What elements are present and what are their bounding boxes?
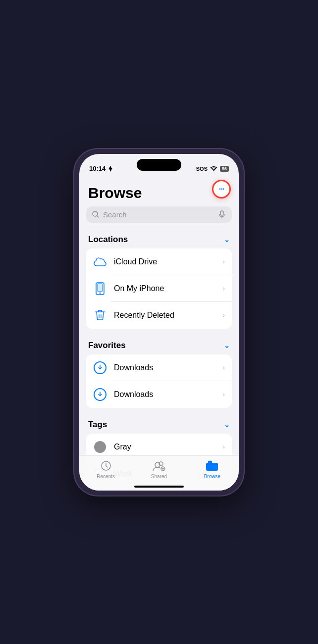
svg-point-8 (100, 292, 101, 294)
more-button-container: ··· (212, 180, 231, 198)
favorites-section-header[interactable]: Favorites ⌄ (79, 337, 239, 354)
tab-shared[interactable]: Shared (132, 459, 185, 479)
icloud-drive-label: iCloud Drive (114, 257, 216, 266)
dynamic-island (137, 159, 181, 171)
trash-icon (93, 308, 107, 322)
svg-point-0 (213, 170, 214, 171)
download-1-icon (93, 361, 107, 375)
recently-deleted-item[interactable]: Recently Deleted › (86, 302, 232, 329)
svg-rect-22 (206, 463, 218, 471)
favorites-chevron-icon: ⌄ (224, 342, 230, 349)
battery-level: 56 (220, 166, 229, 172)
svg-rect-23 (208, 461, 212, 463)
downloads-1-chevron: › (223, 364, 225, 371)
locations-chevron-icon: ⌄ (224, 236, 230, 244)
svg-rect-6 (98, 284, 103, 292)
recents-icon (100, 459, 112, 472)
locations-list: iCloud Drive › On My iPhone › (86, 248, 232, 329)
shared-icon (153, 459, 165, 472)
recents-tab-label: Recents (97, 474, 115, 479)
browse-tab-label: Browse (204, 474, 220, 479)
svg-line-2 (97, 216, 99, 217)
search-bar[interactable]: Search (86, 206, 232, 223)
tab-browse[interactable]: Browse (186, 459, 239, 479)
downloads-2-chevron: › (223, 391, 225, 398)
home-indicator (134, 486, 184, 488)
recently-deleted-chevron: › (223, 311, 225, 319)
iphone-device-icon (93, 282, 107, 296)
icloud-icon (93, 255, 107, 269)
search-icon (92, 211, 99, 218)
gray-tag-chevron: › (223, 443, 225, 450)
browse-icon (206, 459, 218, 472)
phone-frame: 10:14 SOS 56 ··· (74, 149, 244, 495)
downloads-1-label: Downloads (114, 363, 216, 372)
on-my-iphone-chevron: › (223, 285, 225, 292)
microphone-icon (218, 210, 226, 218)
status-time: 10:14 (89, 165, 113, 172)
phone-screen: 10:14 SOS 56 ··· (79, 154, 239, 491)
scroll-content: Browse Search Locations ⌄ (79, 178, 239, 491)
more-dots-icon: ··· (219, 185, 224, 194)
locations-section-header[interactable]: Locations ⌄ (79, 231, 239, 248)
shared-tab-label: Shared (151, 474, 167, 479)
status-right: SOS 56 (196, 166, 229, 172)
locations-title: Locations (88, 235, 128, 245)
favorites-title: Favorites (88, 341, 126, 350)
tags-chevron-icon: ⌄ (224, 421, 230, 429)
on-my-iphone-item[interactable]: On My iPhone › (86, 275, 232, 302)
icloud-drive-item[interactable]: iCloud Drive › (86, 248, 232, 275)
gray-tag-icon (93, 440, 107, 454)
gray-tag-label: Gray (114, 443, 216, 451)
favorites-list: Downloads › Downloads › (86, 354, 232, 408)
search-placeholder: Search (103, 210, 214, 219)
more-button[interactable]: ··· (212, 180, 231, 198)
tab-recents[interactable]: Recents (79, 459, 132, 479)
sos-label: SOS (196, 166, 208, 172)
svg-line-15 (106, 466, 107, 467)
tags-section-header[interactable]: Tags ⌄ (79, 416, 239, 434)
tags-title: Tags (88, 420, 107, 430)
svg-rect-3 (220, 211, 223, 215)
icloud-drive-chevron: › (223, 258, 225, 265)
recently-deleted-label: Recently Deleted (114, 311, 216, 320)
downloads-1-item[interactable]: Downloads › (86, 354, 232, 381)
download-2-icon (93, 388, 107, 401)
downloads-2-item[interactable]: Downloads › (86, 381, 232, 408)
downloads-2-label: Downloads (114, 390, 216, 399)
on-my-iphone-label: On My iPhone (114, 284, 216, 293)
